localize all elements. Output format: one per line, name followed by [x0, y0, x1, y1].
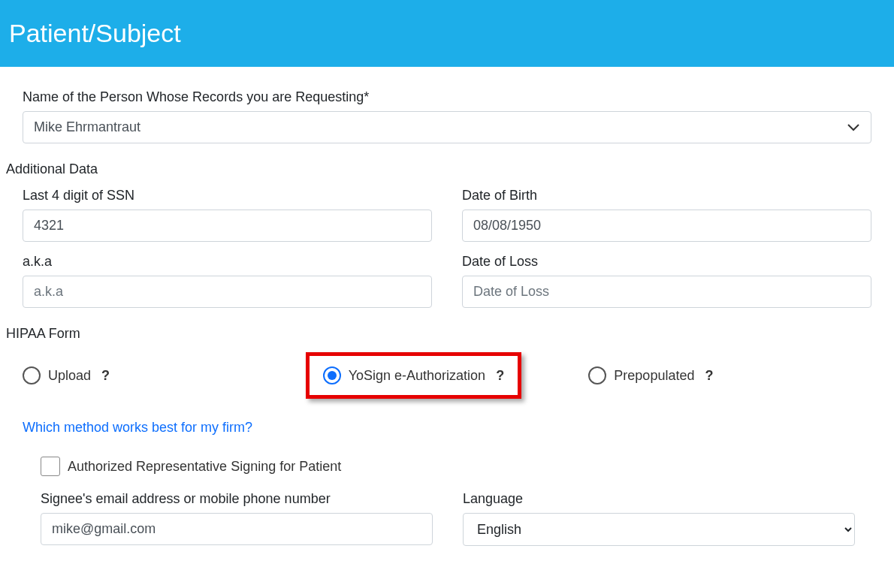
- dol-input[interactable]: [462, 276, 871, 308]
- page-title: Patient/Subject: [9, 19, 885, 48]
- form-content: Name of the Person Whose Records you are…: [0, 67, 894, 568]
- help-icon[interactable]: ?: [101, 368, 110, 384]
- help-icon[interactable]: ?: [496, 368, 504, 384]
- aka-input[interactable]: [23, 276, 432, 308]
- name-select[interactable]: Mike Ehrmantraut: [23, 111, 871, 143]
- dol-label: Date of Loss: [462, 254, 871, 270]
- aka-label: a.k.a: [23, 254, 432, 270]
- radio-prepopulated[interactable]: Prepopulated ?: [588, 352, 871, 399]
- radio-circle-yosign: [323, 366, 341, 384]
- radio-circle-prepopulated: [588, 366, 606, 384]
- language-select[interactable]: English: [463, 513, 855, 546]
- radio-circle-upload: [23, 366, 41, 384]
- yosign-highlight: YoSign e-Authorization ?: [306, 352, 521, 399]
- name-label: Name of the Person Whose Records you are…: [23, 89, 871, 105]
- authorized-rep-checkbox[interactable]: [41, 457, 60, 476]
- radio-yosign[interactable]: YoSign e-Authorization ?: [323, 366, 504, 384]
- radio-label-prepopulated: Prepopulated: [614, 368, 694, 384]
- radio-label-upload: Upload: [48, 368, 91, 384]
- help-link[interactable]: Which method works best for my firm?: [23, 420, 252, 436]
- radio-upload[interactable]: Upload ?: [23, 352, 306, 399]
- signee-label: Signee's email address or mobile phone n…: [41, 491, 433, 507]
- dob-label: Date of Birth: [462, 188, 871, 204]
- page-header: Patient/Subject: [0, 0, 894, 67]
- signee-input[interactable]: [41, 513, 433, 545]
- additional-data-label: Additional Data: [6, 161, 888, 177]
- hipaa-label: HIPAA Form: [6, 326, 888, 342]
- language-label: Language: [463, 491, 855, 507]
- dob-input[interactable]: [462, 210, 871, 242]
- help-icon[interactable]: ?: [705, 368, 713, 384]
- name-select-value: Mike Ehrmantraut: [23, 111, 871, 143]
- radio-label-yosign: YoSign e-Authorization: [349, 368, 485, 384]
- authorized-rep-label: Authorized Representative Signing for Pa…: [68, 459, 341, 475]
- ssn-input[interactable]: [23, 210, 432, 242]
- ssn-label: Last 4 digit of SSN: [23, 188, 432, 204]
